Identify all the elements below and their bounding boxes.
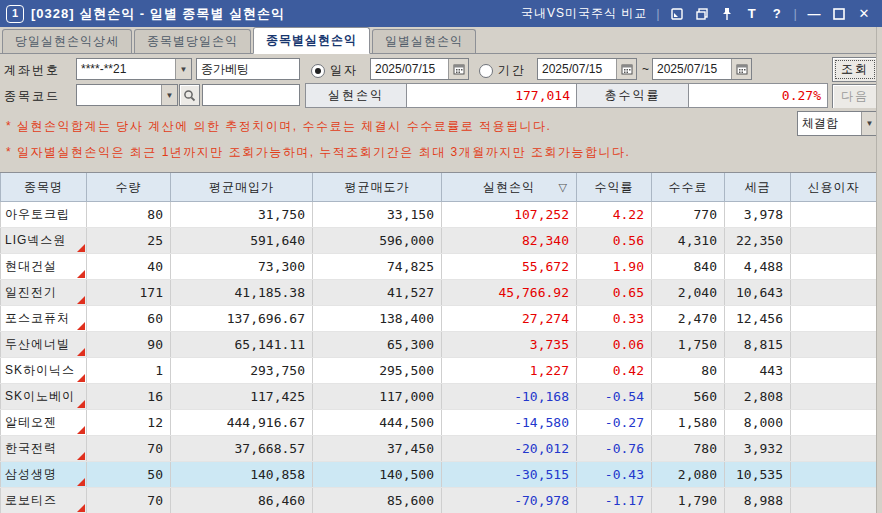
truncated-marker-icon [77,400,85,408]
notice-area: * 실현손익합계는 당사 계산에 의한 추정치이며, 수수료는 체결시 수수료률… [0,108,882,172]
table-row[interactable]: 현대건설 40 73,300 74,825 55,672 1.90 840 4,… [1,254,877,280]
table-row[interactable]: 로보티즈 70 86,460 85,600 -70,978 -1.17 1,79… [1,488,877,513]
col-fee[interactable]: 수수료 [652,173,725,202]
tab-per-stock-today[interactable]: 종목별당일손익 [134,29,251,53]
period-from-input[interactable]: 2025/07/15 [537,58,637,80]
tab-today-realized-detail[interactable]: 당일실현손익상세 [2,29,132,53]
table-row[interactable]: 한국전력 70 37,668.57 37,450 -20,012 -0.76 7… [1,436,877,462]
col-avg-sell-price[interactable]: 평균매도가 [313,173,442,202]
table-row[interactable]: 삼성생명 50 140,858 140,500 -30,515 -0.43 2,… [1,462,877,488]
table-row[interactable]: 알테오젠 12 444,916.67 444,500 -14,580 -0.27… [1,410,877,436]
window-number-icon: 1 [6,5,24,23]
truncated-marker-icon [77,374,85,382]
stock-name-input[interactable] [202,84,300,106]
truncated-marker-icon [77,244,85,252]
total-return-value: 0.27% [689,83,828,108]
app-window: 1 [0328] 실현손익 - 일별 종목별 실현손익 국내VS미국주식 비교 … [0,0,882,513]
chevron-down-icon[interactable]: ▼ [175,59,191,79]
titlebar-divider: | [656,6,659,21]
radio-period[interactable]: 기간 [479,62,526,79]
truncated-marker-icon [77,296,85,304]
titlebar-divider: | [794,6,797,21]
radio-date-dot [311,64,325,78]
title-bar: 1 [0328] 실현손익 - 일별 종목별 실현손익 국내VS미국주식 비교 … [0,0,882,27]
window-right-edge [876,27,882,513]
titlebar-controls: 국내VS미국주식 비교 | T ? | — ✕ [521,5,882,22]
truncated-marker-icon [77,322,85,330]
chevron-down-icon[interactable]: ▼ [861,112,877,135]
account-nickname-field[interactable]: 종가베팅 [196,58,300,80]
truncated-marker-icon [77,478,85,486]
truncated-marker-icon [77,504,85,512]
table-header-row: 종목명 수량 평균매입가 평균매도가 실현손익▽ 수익률 수수료 세금 신용이자 [1,173,877,202]
next-button[interactable]: 다음 [832,84,878,109]
account-select[interactable]: ****-**21 ▼ [76,58,192,80]
col-avg-buy-price[interactable]: 평균매입가 [171,173,313,202]
tab-daily-realized[interactable]: 일별실현손익 [372,29,476,53]
table-row[interactable]: 아우토크립 80 31,750 33,150 107,252 4.22 770 … [1,202,877,228]
duplicate-window-icon[interactable] [694,6,710,22]
date-input[interactable]: 2025/07/15 [370,58,469,80]
truncated-marker-icon [77,348,85,356]
realized-pl-table: 종목명 수량 평균매입가 평균매도가 실현손익▽ 수익률 수수료 세금 신용이자… [0,172,877,513]
calendar-icon[interactable] [616,59,636,79]
realized-pl-label: 실현손익 [305,83,407,108]
popup-icon[interactable] [669,6,685,22]
window-title: [0328] 실현손익 - 일별 종목별 실현손익 [31,5,285,23]
tab-bar: 당일실현손익상세 종목별당일손익 종목별실현손익 일별실현손익 [0,27,882,54]
period-to-input[interactable]: 2025/07/15 [652,58,752,80]
sort-desc-icon[interactable]: ▽ [559,181,568,194]
account-label: 계좌번호 [4,62,60,79]
table-row[interactable]: 포스코퓨처 60 137,696.67 138,400 27,274 0.33 … [1,306,877,332]
stock-code-select[interactable]: ▼ [76,84,178,106]
table-row[interactable]: 일진전기 171 41,185.38 41,527 45,766.92 0.65… [1,280,877,306]
col-tax[interactable]: 세금 [725,173,791,202]
truncated-marker-icon [77,426,85,434]
col-realized-pl[interactable]: 실현손익▽ [442,173,577,202]
maximize-button[interactable] [831,6,847,22]
table-row[interactable]: 두산에너빌 90 65,141.11 65,300 3,735 0.06 1,7… [1,332,877,358]
close-button[interactable]: ✕ [856,6,872,22]
query-button[interactable]: 조회 [832,57,878,82]
query-form: 계좌번호 ****-**21 ▼ 종가베팅 일자 2025/07/15 기간 2… [0,54,882,108]
col-stock-name[interactable]: 종목명 [1,173,87,202]
truncated-marker-icon [77,452,85,460]
table-row[interactable]: LIG넥스원 25 591,640 596,000 82,340 0.56 4,… [1,228,877,254]
truncated-marker-icon [77,270,85,278]
notice-fee: * 실현손익합계는 당사 계산에 의한 추정치이며, 수수료는 체결시 수수료률… [6,118,551,135]
radio-date[interactable]: 일자 [311,62,358,79]
tab-per-stock-realized[interactable]: 종목별실현손익 [253,27,370,54]
calendar-icon[interactable] [448,59,468,79]
minimize-button[interactable]: — [806,6,822,22]
pin-icon[interactable] [719,6,735,22]
period-tilde: ~ [642,62,649,76]
fee-mode-select[interactable]: 체결합 ▼ [797,111,878,136]
pl-table-body: 아우토크립 80 31,750 33,150 107,252 4.22 770 … [1,202,877,513]
col-quantity[interactable]: 수량 [87,173,171,202]
search-icon[interactable] [179,84,200,106]
table-row[interactable]: SK이노베이 16 117,425 117,000 -10,168 -0.54 … [1,384,877,410]
font-icon[interactable]: T [744,6,760,22]
summary-bar: 실현손익 177,014 총수익률 0.27% [305,83,828,108]
chevron-down-icon[interactable]: ▼ [161,85,177,105]
help-icon[interactable]: ? [769,6,785,22]
table-row[interactable]: SK하이닉스 1 293,750 295,500 1,227 0.42 80 4… [1,358,877,384]
realized-pl-value: 177,014 [407,83,577,108]
total-return-label: 총수익률 [577,83,689,108]
notice-period: * 일자별실현손익은 최근 1년까지만 조회가능하며, 누적조회기간은 최대 3… [6,144,630,161]
calendar-icon[interactable] [731,59,751,79]
col-return-rate[interactable]: 수익률 [577,173,652,202]
compare-us-stocks-link[interactable]: 국내VS미국주식 비교 [521,5,647,22]
stock-code-label: 종목코드 [4,88,60,105]
col-credit-interest[interactable]: 신용이자 [791,173,877,202]
radio-period-dot [479,64,493,78]
